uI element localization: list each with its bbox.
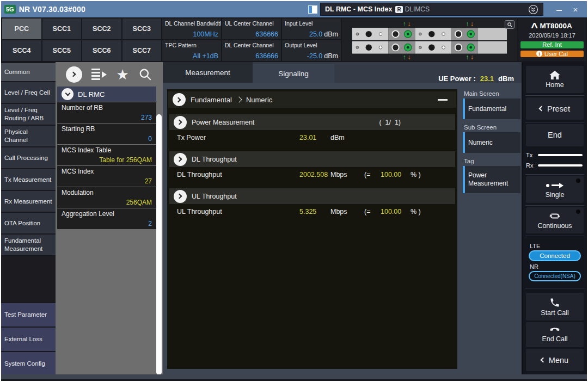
sidebar-item-level-freq-routing-arb[interactable]: Level / Freq Routing / ARB (1, 104, 56, 125)
rx-label: Rx (526, 162, 535, 169)
continuous-led (576, 210, 580, 214)
close-button[interactable]: × (567, 5, 584, 14)
sidebar-item-rx-measurement[interactable]: Rx Measurement (1, 191, 56, 212)
param-mcs-index-table[interactable]: MCS Index Table Table for 256QAM (57, 145, 156, 165)
field-label: UL Center Channel (225, 20, 278, 27)
sidebar-item-external-loss[interactable]: External Loss (1, 328, 56, 351)
continuous-loop-icon (548, 211, 561, 221)
user-cal-badge: i User Cal (520, 51, 584, 58)
field-label: Input Level (285, 20, 338, 27)
sidebar-item-system-config[interactable]: System Config (1, 352, 56, 375)
svg-text:↑: ↑ (465, 53, 469, 61)
sidebar-item-test-parameter[interactable]: Test Parameter (1, 303, 56, 326)
main-screen-button-fundamental[interactable]: Fundamental (463, 98, 520, 119)
page-counter: ( 1/ 1) (379, 119, 401, 126)
chevron-right-circle-icon (174, 116, 187, 129)
tx-rx-indicator: Tx Rx (526, 148, 584, 172)
tx-level-bar (538, 154, 583, 156)
parameter-scrollbar[interactable] (156, 114, 162, 375)
carrier-tab-pcc[interactable]: PCC (2, 19, 41, 39)
parameter-list-icon[interactable] (91, 69, 107, 80)
header: PCC SCC1 SCC2 SCC3 SCC4 SCC5 SCC6 SCC7 D… (1, 17, 587, 62)
sidebar-item-tx-measurement[interactable]: Tx Measurement (1, 169, 56, 190)
chevron-right-circle-icon (174, 190, 187, 203)
param-value: 273 (62, 114, 152, 121)
section-header[interactable]: UL Throughput (169, 188, 455, 204)
param-aggregation-level[interactable]: Aggregation Level 2 (57, 208, 156, 229)
collapse-all-icon[interactable] (66, 66, 82, 83)
ref-status-badge: Ref. Int (520, 41, 584, 48)
parameter-panel: ★ DL RMC Number of RB 273 Starting RB 0 (56, 62, 163, 377)
section-header[interactable]: Power Measurement ( 1/ 1) (169, 114, 455, 130)
carrier-tab-scc1[interactable]: SCC1 (42, 19, 82, 39)
carrier-tab-scc6[interactable]: SCC6 (82, 40, 121, 61)
ue-power-value: 23.1 (480, 75, 494, 83)
preset-button[interactable]: Preset (526, 97, 584, 120)
magnify-panel-button[interactable] (505, 20, 514, 29)
application-window: 5G NR V07.30.03#000 DL RMC - MCS Index R… (0, 0, 588, 382)
field-input-level[interactable]: Input Level 25.0dBm (282, 19, 341, 39)
ue-power-unit: dBm (498, 75, 514, 83)
search-icon[interactable] (138, 67, 152, 82)
minimize-button[interactable] (551, 5, 567, 14)
start-call-button[interactable]: Start Call (526, 293, 584, 320)
field-dl-center-channel[interactable]: DL Center Channel 636666 (222, 40, 281, 61)
field-unit: dBm (324, 30, 338, 38)
sidebar-item-level-freq-cell[interactable]: Level / Freq Cell (1, 82, 56, 103)
field-output-level[interactable]: Output Level -25.0dBm (282, 40, 341, 61)
quick-settings-grid: DL Channel Bandwidth 100MHz UL Center Ch… (162, 17, 342, 62)
parameter-toolbar: ★ (56, 62, 163, 87)
sidebar-item-fundamental-measurement[interactable]: Fundamental Measurement (1, 235, 56, 255)
tab-measurement[interactable]: Measurement (163, 62, 253, 83)
field-tpc-pattern[interactable]: TPC Pattern All +1dB (162, 40, 221, 61)
active-parameter-indicator[interactable]: DL RMC - MCS Index R DLIMCS (320, 3, 543, 16)
carrier-tab-scc3[interactable]: SCC3 (122, 19, 162, 39)
home-button[interactable]: Home (526, 66, 584, 93)
param-starting-rb[interactable]: Starting RB 0 (57, 124, 156, 144)
parameter-group-dl-rmc[interactable]: DL RMC (57, 87, 156, 102)
result-breadcrumb: Fundamental Numeric (168, 91, 456, 108)
field-ul-center-channel[interactable]: UL Center Channel 636666 (222, 19, 281, 39)
ue-power-readout: UE Power : 23.1 dBm (438, 75, 522, 83)
param-number-of-rb[interactable]: Number of RB 273 (57, 102, 156, 123)
sidebar-item-physical-channel[interactable]: Physical Channel (1, 126, 56, 146)
anritsu-logo: Λ (531, 21, 538, 30)
menu-button[interactable]: Menu (526, 349, 584, 371)
sub-screen-label: Sub Screen (464, 124, 520, 131)
end-button[interactable]: End (526, 124, 584, 146)
favorites-icon[interactable]: ★ (117, 67, 129, 82)
section-header[interactable]: DL Throughput (169, 151, 455, 167)
layout-split-icon[interactable] (308, 5, 317, 14)
chevron-down-circle-icon (62, 88, 74, 100)
section-power-measurement: Power Measurement ( 1/ 1) Tx Power 23.01… (169, 114, 455, 145)
sidebar-item-call-processing[interactable]: Call Processing (1, 147, 56, 168)
screen-selector-panel: Main Screen Fundamental Sub Screen Numer… (463, 90, 520, 198)
title-bar: 5G NR V07.30.03#000 DL RMC - MCS Index R… (1, 1, 587, 17)
field-dl-channel-bandwidth[interactable]: DL Channel Bandwidth 100MHz (162, 19, 221, 39)
app-title: NR V07.30.03#000 (19, 5, 85, 14)
carrier-tab-scc7[interactable]: SCC7 (122, 40, 162, 61)
carrier-tab-scc4[interactable]: SCC4 (2, 40, 41, 61)
field-unit: dBm (324, 52, 338, 60)
tab-signaling[interactable]: Signaling (253, 64, 334, 83)
param-modulation[interactable]: Modulation 256QAM (57, 187, 156, 208)
sub-screen-button-numeric[interactable]: Numeric (463, 132, 520, 153)
carrier-tab-scc2[interactable]: SCC2 (82, 19, 121, 39)
expand-double-chevron-icon[interactable] (528, 4, 538, 15)
chevron-right-circle-icon[interactable] (173, 93, 186, 106)
result-row-tx-power: Tx Power 23.01 dBm (169, 130, 455, 145)
sidebar-item-common[interactable]: Common (1, 63, 56, 81)
carrier-tab-scc5[interactable]: SCC5 (42, 40, 82, 61)
param-value: Table for 256QAM (62, 156, 152, 164)
param-mcs-index[interactable]: MCS Index 27 (57, 166, 156, 187)
end-call-button[interactable]: End Call (526, 322, 584, 348)
sidebar-item-ota-position[interactable]: OTA Position (1, 213, 56, 233)
continuous-button[interactable]: Continuous (526, 207, 584, 233)
tx-label: Tx (526, 152, 535, 158)
svg-text:↑: ↑ (403, 53, 406, 61)
single-button[interactable]: Single (526, 176, 584, 202)
main-tabs: Measurement Signaling UE Power : 23.1 dB… (163, 62, 522, 83)
tag-button-power-measurement[interactable]: Power Measurement (463, 166, 520, 193)
panel-minimize-button[interactable] (438, 99, 448, 101)
ue-power-label: UE Power : (438, 75, 476, 83)
